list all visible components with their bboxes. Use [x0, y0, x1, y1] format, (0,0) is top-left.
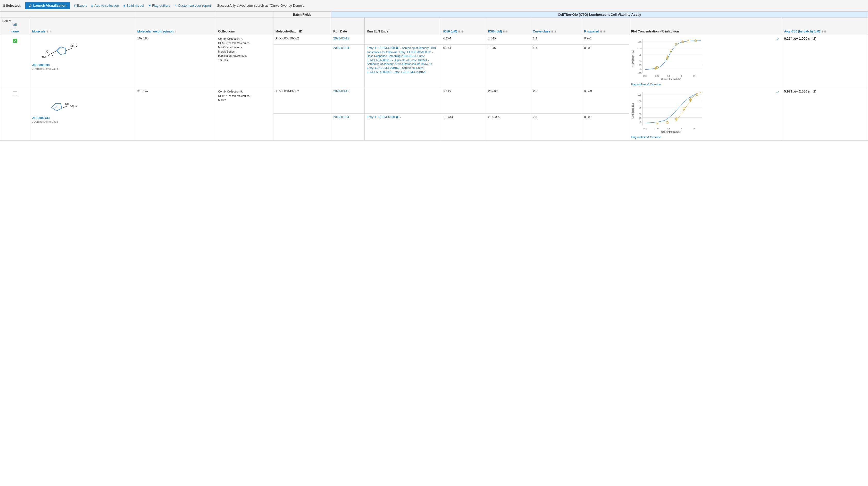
eln-run2-mol2: Entry: ELNDEMO-000086 -: [365, 113, 441, 141]
svg-text:125: 125: [638, 94, 642, 96]
svg-text:0.01: 0.01: [655, 75, 659, 77]
eln-link-run2-mol2[interactable]: Entry: ELNDEMO-000086 -: [367, 116, 401, 119]
plot-svg-1: 125 100 75 50 25 0 -25 1E-3 0.01 0.1 1: [631, 37, 706, 81]
checkbox-unchecked-2[interactable]: [12, 91, 17, 96]
molecule-cell-2: O NH CHO AR-0000443 JDarling Demo Vault: [30, 88, 135, 141]
select-none-link[interactable]: none: [11, 30, 19, 33]
ic50-sort-icon: ⇅: [458, 30, 460, 33]
launch-visualization-button[interactable]: ⊙ Launch Visualization: [25, 2, 70, 9]
curve-run2-mol1: 1.1: [531, 44, 582, 88]
visualization-icon: ⊙: [29, 4, 32, 8]
flag-outliers-link-2[interactable]: Flag outliers & Override: [631, 135, 661, 139]
run-date-run1-mol1: 2021-03-12: [331, 35, 365, 44]
checkbox-cell-1[interactable]: ✓: [0, 35, 30, 88]
ic80-col-header[interactable]: IC80 (uM) ⇅: [486, 18, 531, 35]
ic50-run2-mol2: 11.433: [441, 113, 486, 141]
rsq-col-header[interactable]: R squared ⇅: [582, 18, 629, 35]
svg-text:0.01: 0.01: [655, 127, 659, 130]
svg-text:CHO: CHO: [72, 104, 77, 107]
curve-run1-mol2: 2.3: [531, 88, 582, 114]
run-date-run2-mol2: 2019-01-24: [331, 113, 365, 141]
svg-text:O: O: [46, 50, 49, 53]
svg-text:0: 0: [640, 121, 642, 123]
mw-col-header[interactable]: Molecular weight (g/mol): [135, 18, 216, 35]
molecule-id-link-1[interactable]: AR-0000330: [32, 63, 133, 67]
ic50-col-header[interactable]: IC50 (uM) ⇅: [441, 18, 486, 35]
export-icon: ⎘: [74, 4, 76, 7]
checkbox-checked-1[interactable]: ✓: [12, 39, 17, 43]
select-header: Select... all · none: [0, 18, 30, 35]
svg-line-2: [66, 48, 72, 51]
ic80-run1-mol2: 26.883: [486, 88, 531, 114]
plot-cell-2: 125 100 75 50 25 0 1E-3 0.01 0.1 1 10: [629, 88, 782, 141]
molecule-vault-2: JDarling Demo Vault: [32, 120, 58, 123]
eln-run2-mol1: Entry: ELNDEMO-000086 - Screening of Jan…: [365, 44, 441, 88]
add-to-collection-button[interactable]: ⊕ Add to collection: [91, 4, 119, 7]
run-date-run1-mol2: 2021-03-12: [331, 88, 365, 114]
svg-text:% inhibition (%): % inhibition (%): [632, 51, 634, 67]
svg-line-6: [52, 51, 57, 53]
build-model-button[interactable]: ◈ Build model: [123, 4, 144, 7]
svg-point-69: [666, 121, 668, 123]
checkbox-cell-2[interactable]: [0, 88, 30, 141]
customize-report-button[interactable]: ✎ Customize your report: [174, 4, 211, 7]
batch-id-run2-mol2: [273, 113, 331, 141]
collections-cell-2: Combi Collection 9, DEMO 1st tab Molecul…: [216, 88, 274, 141]
run-date-link-run1-mol1[interactable]: 2021-03-12: [333, 37, 349, 40]
svg-text:125: 125: [638, 41, 642, 43]
eln-link-run2-mol1[interactable]: Entry: ELNDEMO-000086 - Screening of Jan…: [367, 47, 436, 73]
mw-cell-2: 310.147: [135, 88, 216, 141]
success-message: Successfully saved your search as "Curve…: [217, 4, 304, 7]
svg-text:25: 25: [639, 64, 642, 66]
molecule-structure-2: O NH CHO: [32, 89, 81, 115]
collections-col-header: Collections: [216, 18, 274, 35]
svg-text:NH: NH: [70, 44, 74, 48]
flag-outliers-link-1[interactable]: Flag outliers & Override: [631, 83, 661, 86]
molecule-svg-1: NH H O HO: [32, 37, 81, 62]
expand-plot-icon-1[interactable]: ⤢: [776, 37, 779, 41]
flag-outliers-button[interactable]: ⚑ Flag outliers: [148, 4, 170, 7]
selected-count: 8 Selected:: [3, 4, 21, 7]
svg-text:0.1: 0.1: [667, 75, 670, 77]
rsq-run2-mol1: 0.981: [582, 44, 629, 88]
rsq-run1-mol1: 0.981: [582, 35, 629, 44]
batch-id-col-header: Molecule-Batch ID: [273, 18, 331, 35]
svg-text:100: 100: [638, 47, 642, 50]
results-table: Batch Fields CellTiter-Glo (CTG) Lumines…: [0, 11, 868, 141]
add-collection-icon: ⊕: [91, 4, 93, 7]
empty-header-select: [0, 11, 135, 18]
molecule-svg-2: O NH CHO: [32, 91, 81, 114]
svg-text:1: 1: [681, 127, 682, 130]
svg-text:1: 1: [681, 75, 682, 77]
svg-line-4: [75, 45, 78, 48]
rsq-sort-icon: ⇅: [600, 30, 602, 33]
select-all-link[interactable]: all: [13, 23, 17, 27]
assay-name-header: CellTiter-Glo (CTG) Luminescent Cell Via…: [331, 11, 868, 18]
batch-fields-header: Batch Fields: [273, 11, 331, 18]
ic80-sort-icon: ⇅: [503, 30, 505, 33]
table-row: ✓ NH: [0, 35, 868, 44]
export-button[interactable]: ⎘ Export: [74, 4, 87, 7]
svg-text:25: 25: [639, 117, 642, 119]
curve-col-header[interactable]: Curve class ⇅: [531, 18, 582, 35]
mw-cell-1: 169.180: [135, 35, 216, 88]
plot-col-header: Plot Concentration - % inhibition: [629, 18, 782, 35]
collections-list-1: Combi Collection 7, DEMO 1st tab Molecul…: [218, 37, 271, 62]
ic80-run2-mol1: 1.045: [486, 44, 531, 88]
data-table-wrapper: Batch Fields CellTiter-Glo (CTG) Lumines…: [0, 11, 868, 141]
svg-text:O: O: [55, 106, 58, 109]
svg-text:H: H: [76, 43, 79, 45]
curve-sort-icon: ⇅: [551, 30, 553, 33]
run-date-run2-mol1: 2019-01-24: [331, 44, 365, 88]
run-date-link-run2-mol1[interactable]: 2019-01-24: [333, 46, 349, 50]
expand-plot-icon-2[interactable]: ⤢: [776, 90, 779, 94]
molecule-sort-icon: ⇅: [46, 30, 48, 33]
run-date-link-run1-mol2[interactable]: 2021-03-12: [333, 89, 349, 93]
molecule-id-link-2[interactable]: AR-0000443: [32, 116, 133, 120]
molecule-col-header[interactable]: Molecule ⇅: [30, 18, 135, 35]
avgic50-col-header[interactable]: Avg IC50 (by batch) (uM) ⇅: [782, 18, 868, 35]
molecule-structure-1: NH H O HO: [32, 37, 81, 62]
svg-text:10: 10: [693, 75, 695, 77]
run-date-link-run2-mol2[interactable]: 2019-01-24: [333, 115, 349, 119]
batch-id-run2-mol1: [273, 44, 331, 88]
